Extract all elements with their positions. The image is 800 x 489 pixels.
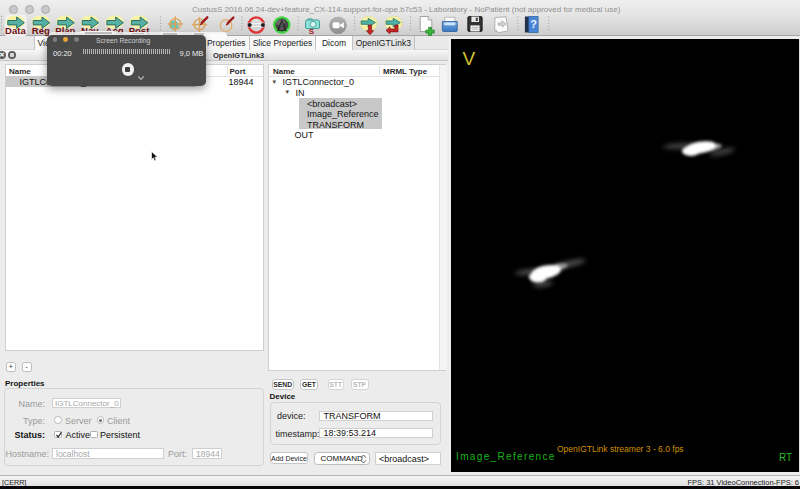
svg-text:?: ? [530,18,537,30]
svg-text:S: S [309,27,315,36]
